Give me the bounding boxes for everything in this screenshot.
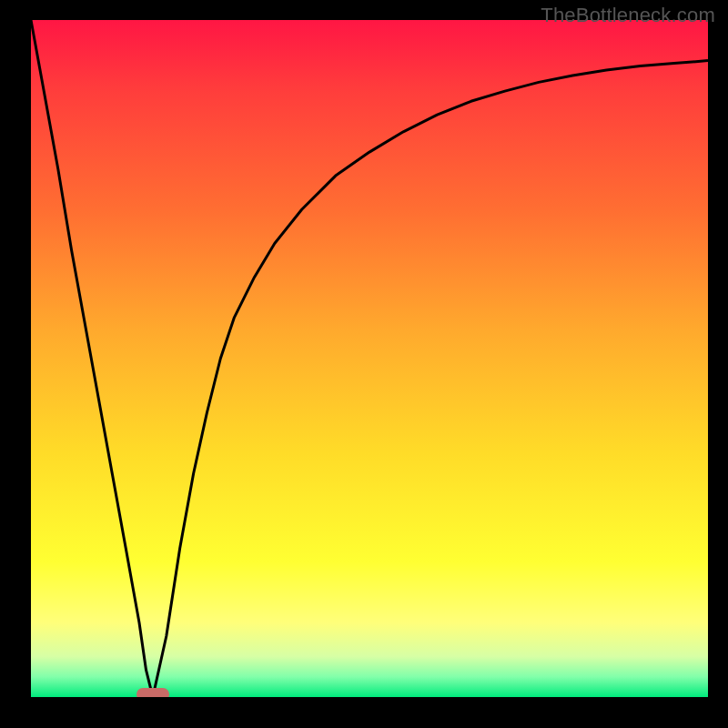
watermark-text: TheBottleneck.com xyxy=(541,4,715,27)
plot-area xyxy=(31,20,708,697)
chart-frame: TheBottleneck.com xyxy=(0,0,728,728)
bottleneck-curve xyxy=(31,20,708,697)
optimum-marker xyxy=(136,688,169,697)
